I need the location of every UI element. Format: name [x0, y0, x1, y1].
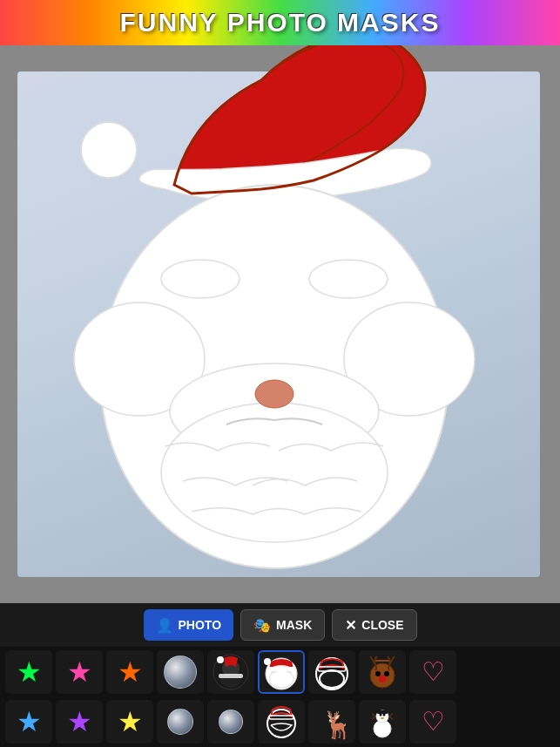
- mask-heart-outline[interactable]: ♡: [409, 650, 456, 694]
- svg-point-10: [309, 260, 388, 298]
- close-icon: ✕: [345, 617, 356, 634]
- svg-rect-13: [219, 674, 243, 678]
- svg-point-24: [375, 671, 381, 676]
- mask-santa-outline[interactable]: [258, 700, 305, 744]
- santa-mask-overlay: [17, 45, 540, 586]
- mask-heart-outline-2[interactable]: ♡: [409, 700, 456, 744]
- mask-star-multi[interactable]: ★: [106, 700, 153, 744]
- svg-rect-37: [375, 710, 389, 712]
- svg-point-25: [384, 671, 389, 676]
- svg-point-19: [264, 658, 271, 665]
- person-icon: 👤: [156, 617, 173, 634]
- photo-button[interactable]: 👤 PHOTO: [144, 609, 234, 641]
- svg-text:🦌: 🦌: [321, 710, 351, 741]
- masks-row-1: ★ ★ ★: [0, 647, 560, 696]
- svg-rect-27: [375, 660, 389, 662]
- svg-point-8: [255, 380, 293, 408]
- mask-star-blue[interactable]: ★: [5, 700, 52, 744]
- mask-santa-3[interactable]: [308, 650, 355, 694]
- toolbar: 👤 PHOTO 🎭 MASK ✕ CLOSE: [0, 603, 560, 647]
- svg-rect-29: [269, 716, 293, 719]
- mask-star-purple[interactable]: ★: [56, 700, 103, 744]
- mask-button[interactable]: 🎭 MASK: [240, 609, 325, 641]
- photo-canvas[interactable]: [0, 45, 560, 603]
- mask-star-green[interactable]: ★: [5, 650, 52, 694]
- mask-bubble-large[interactable]: [157, 650, 204, 694]
- svg-point-35: [381, 717, 384, 719]
- svg-point-14: [217, 656, 224, 663]
- mask-bubble-medium[interactable]: [157, 700, 204, 744]
- photo-button-label: PHOTO: [179, 618, 222, 632]
- mask-star-pink[interactable]: ★: [56, 650, 103, 694]
- mask-santa-1[interactable]: [207, 650, 254, 694]
- svg-point-7: [161, 403, 388, 542]
- svg-point-26: [379, 676, 386, 682]
- svg-point-21: [320, 670, 344, 688]
- svg-rect-18: [267, 667, 295, 671]
- mask-bubble-small[interactable]: [207, 700, 254, 744]
- close-button[interactable]: ✕ CLOSE: [332, 609, 416, 641]
- app-title: FUNNY PHOTO MASKS: [120, 8, 441, 37]
- mask-reindeer[interactable]: [359, 650, 406, 694]
- masks-tray: ★ ★ ★: [0, 647, 560, 747]
- mask-santa-2[interactable]: [258, 650, 305, 694]
- svg-point-17: [269, 670, 293, 688]
- svg-rect-22: [318, 667, 346, 671]
- svg-point-9: [161, 260, 240, 298]
- mask-icon: 🎭: [253, 617, 271, 634]
- mask-star-red[interactable]: ★: [106, 650, 153, 694]
- mask-deer-2[interactable]: 🦌: [308, 700, 355, 744]
- close-button-label: CLOSE: [361, 618, 403, 632]
- svg-point-0: [81, 122, 137, 178]
- mask-snowman[interactable]: [359, 700, 406, 744]
- mask-button-label: MASK: [276, 618, 312, 632]
- masks-row-2: ★ ★ ★ 🦌: [0, 696, 560, 746]
- title-bar: FUNNY PHOTO MASKS: [0, 0, 560, 45]
